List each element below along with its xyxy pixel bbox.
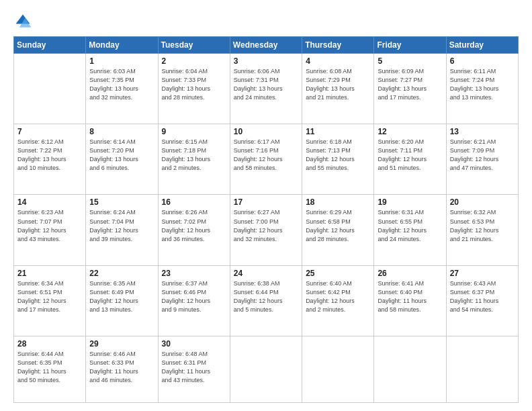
day-number: 16 bbox=[162, 197, 226, 207]
calendar-table: SundayMondayTuesdayWednesdayThursdayFrid… bbox=[13, 36, 519, 403]
calendar-cell: 8Sunrise: 6:14 AMSunset: 7:20 PMDaylight… bbox=[86, 124, 158, 195]
calendar-cell: 5Sunrise: 6:09 AMSunset: 7:27 PMDaylight… bbox=[374, 54, 446, 124]
calendar-cell: 16Sunrise: 6:26 AMSunset: 7:02 PMDayligh… bbox=[158, 195, 230, 265]
calendar-cell: 21Sunrise: 6:34 AMSunset: 6:51 PMDayligh… bbox=[14, 265, 86, 336]
day-info: Sunrise: 6:27 AMSunset: 7:00 PMDaylight:… bbox=[234, 208, 298, 243]
calendar-cell: 14Sunrise: 6:23 AMSunset: 7:07 PMDayligh… bbox=[14, 195, 86, 265]
calendar-cell: 11Sunrise: 6:18 AMSunset: 7:13 PMDayligh… bbox=[302, 124, 374, 195]
day-info: Sunrise: 6:12 AMSunset: 7:22 PMDaylight:… bbox=[17, 138, 82, 173]
day-number: 22 bbox=[89, 269, 154, 278]
page: SundayMondayTuesdayWednesdayThursdayFrid… bbox=[0, 0, 532, 411]
day-info: Sunrise: 6:23 AMSunset: 7:07 PMDaylight:… bbox=[17, 208, 82, 243]
day-info: Sunrise: 6:06 AMSunset: 7:31 PMDaylight:… bbox=[234, 67, 298, 102]
day-info: Sunrise: 6:38 AMSunset: 6:44 PMDaylight:… bbox=[234, 279, 298, 314]
calendar-cell bbox=[374, 336, 446, 402]
calendar-cell: 19Sunrise: 6:31 AMSunset: 6:55 PMDayligh… bbox=[374, 195, 446, 265]
weekday-header-sunday: Sunday bbox=[14, 37, 86, 54]
calendar-cell: 30Sunrise: 6:48 AMSunset: 6:31 PMDayligh… bbox=[158, 336, 230, 402]
day-info: Sunrise: 6:44 AMSunset: 6:35 PMDaylight:… bbox=[17, 350, 82, 385]
day-info: Sunrise: 6:48 AMSunset: 6:31 PMDaylight:… bbox=[162, 350, 226, 385]
weekday-header-monday: Monday bbox=[86, 37, 158, 54]
calendar-week-3: 14Sunrise: 6:23 AMSunset: 7:07 PMDayligh… bbox=[14, 195, 519, 265]
day-info: Sunrise: 6:20 AMSunset: 7:11 PMDaylight:… bbox=[378, 138, 442, 173]
calendar-cell: 2Sunrise: 6:04 AMSunset: 7:33 PMDaylight… bbox=[158, 54, 230, 124]
day-info: Sunrise: 6:09 AMSunset: 7:27 PMDaylight:… bbox=[378, 67, 442, 102]
calendar-cell: 28Sunrise: 6:44 AMSunset: 6:35 PMDayligh… bbox=[14, 336, 86, 402]
day-info: Sunrise: 6:03 AMSunset: 7:35 PMDaylight:… bbox=[89, 67, 154, 102]
day-number: 24 bbox=[234, 269, 298, 278]
weekday-header-wednesday: Wednesday bbox=[230, 37, 302, 54]
day-number: 29 bbox=[89, 339, 154, 349]
calendar-week-1: 1Sunrise: 6:03 AMSunset: 7:35 PMDaylight… bbox=[14, 54, 519, 124]
calendar-cell: 9Sunrise: 6:15 AMSunset: 7:18 PMDaylight… bbox=[158, 124, 230, 195]
day-info: Sunrise: 6:26 AMSunset: 7:02 PMDaylight:… bbox=[162, 208, 226, 243]
day-number: 17 bbox=[234, 197, 298, 207]
day-number: 4 bbox=[306, 56, 370, 66]
day-info: Sunrise: 6:31 AMSunset: 6:55 PMDaylight:… bbox=[378, 208, 442, 243]
day-number: 6 bbox=[450, 56, 515, 66]
day-number: 1 bbox=[89, 56, 154, 66]
calendar-cell bbox=[230, 336, 302, 402]
calendar-week-5: 28Sunrise: 6:44 AMSunset: 6:35 PMDayligh… bbox=[14, 336, 519, 402]
calendar-cell: 24Sunrise: 6:38 AMSunset: 6:44 PMDayligh… bbox=[230, 265, 302, 336]
day-number: 15 bbox=[89, 197, 154, 207]
day-info: Sunrise: 6:08 AMSunset: 7:29 PMDaylight:… bbox=[306, 67, 370, 102]
day-number: 27 bbox=[450, 269, 515, 278]
weekday-header-thursday: Thursday bbox=[302, 37, 374, 54]
header bbox=[13, 12, 519, 31]
calendar-cell: 4Sunrise: 6:08 AMSunset: 7:29 PMDaylight… bbox=[302, 54, 374, 124]
calendar-cell: 17Sunrise: 6:27 AMSunset: 7:00 PMDayligh… bbox=[230, 195, 302, 265]
calendar-cell: 15Sunrise: 6:24 AMSunset: 7:04 PMDayligh… bbox=[86, 195, 158, 265]
calendar-week-4: 21Sunrise: 6:34 AMSunset: 6:51 PMDayligh… bbox=[14, 265, 519, 336]
day-number: 26 bbox=[378, 269, 442, 278]
day-info: Sunrise: 6:04 AMSunset: 7:33 PMDaylight:… bbox=[162, 67, 226, 102]
day-info: Sunrise: 6:37 AMSunset: 6:46 PMDaylight:… bbox=[162, 279, 226, 314]
calendar-cell: 13Sunrise: 6:21 AMSunset: 7:09 PMDayligh… bbox=[446, 124, 518, 195]
day-number: 21 bbox=[17, 269, 82, 278]
day-number: 14 bbox=[17, 197, 82, 207]
calendar-cell: 6Sunrise: 6:11 AMSunset: 7:24 PMDaylight… bbox=[446, 54, 518, 124]
day-info: Sunrise: 6:14 AMSunset: 7:20 PMDaylight:… bbox=[89, 138, 154, 173]
day-number: 7 bbox=[17, 127, 82, 136]
day-number: 8 bbox=[89, 127, 154, 136]
calendar-cell: 27Sunrise: 6:43 AMSunset: 6:37 PMDayligh… bbox=[446, 265, 518, 336]
calendar-cell bbox=[446, 336, 518, 402]
day-info: Sunrise: 6:32 AMSunset: 6:53 PMDaylight:… bbox=[450, 208, 515, 243]
weekday-header-saturday: Saturday bbox=[446, 37, 518, 54]
weekday-header-tuesday: Tuesday bbox=[158, 37, 230, 54]
calendar-cell: 3Sunrise: 6:06 AMSunset: 7:31 PMDaylight… bbox=[230, 54, 302, 124]
calendar-cell: 10Sunrise: 6:17 AMSunset: 7:16 PMDayligh… bbox=[230, 124, 302, 195]
day-number: 2 bbox=[162, 56, 226, 66]
calendar-cell: 29Sunrise: 6:46 AMSunset: 6:33 PMDayligh… bbox=[86, 336, 158, 402]
day-info: Sunrise: 6:40 AMSunset: 6:42 PMDaylight:… bbox=[306, 279, 370, 314]
calendar-cell bbox=[14, 54, 86, 124]
calendar-cell: 12Sunrise: 6:20 AMSunset: 7:11 PMDayligh… bbox=[374, 124, 446, 195]
day-info: Sunrise: 6:18 AMSunset: 7:13 PMDaylight:… bbox=[306, 138, 370, 173]
calendar-cell: 7Sunrise: 6:12 AMSunset: 7:22 PMDaylight… bbox=[14, 124, 86, 195]
day-info: Sunrise: 6:29 AMSunset: 6:58 PMDaylight:… bbox=[306, 208, 370, 243]
day-info: Sunrise: 6:41 AMSunset: 6:40 PMDaylight:… bbox=[378, 279, 442, 314]
day-info: Sunrise: 6:43 AMSunset: 6:37 PMDaylight:… bbox=[450, 279, 515, 314]
calendar-week-2: 7Sunrise: 6:12 AMSunset: 7:22 PMDaylight… bbox=[14, 124, 519, 195]
day-number: 19 bbox=[378, 197, 442, 207]
day-info: Sunrise: 6:15 AMSunset: 7:18 PMDaylight:… bbox=[162, 138, 226, 173]
calendar-cell: 25Sunrise: 6:40 AMSunset: 6:42 PMDayligh… bbox=[302, 265, 374, 336]
weekday-header-friday: Friday bbox=[374, 37, 446, 54]
logo-icon bbox=[13, 12, 32, 31]
calendar-cell: 23Sunrise: 6:37 AMSunset: 6:46 PMDayligh… bbox=[158, 265, 230, 336]
day-number: 9 bbox=[162, 127, 226, 136]
day-number: 12 bbox=[378, 127, 442, 136]
day-number: 28 bbox=[17, 339, 82, 349]
day-number: 25 bbox=[306, 269, 370, 278]
day-info: Sunrise: 6:35 AMSunset: 6:49 PMDaylight:… bbox=[89, 279, 154, 314]
calendar-cell: 18Sunrise: 6:29 AMSunset: 6:58 PMDayligh… bbox=[302, 195, 374, 265]
day-number: 10 bbox=[234, 127, 298, 136]
logo bbox=[13, 12, 35, 31]
weekday-header-row: SundayMondayTuesdayWednesdayThursdayFrid… bbox=[14, 37, 519, 54]
day-number: 11 bbox=[306, 127, 370, 136]
day-number: 3 bbox=[234, 56, 298, 66]
day-number: 20 bbox=[450, 197, 515, 207]
day-number: 23 bbox=[162, 269, 226, 278]
day-info: Sunrise: 6:11 AMSunset: 7:24 PMDaylight:… bbox=[450, 67, 515, 102]
calendar-cell: 22Sunrise: 6:35 AMSunset: 6:49 PMDayligh… bbox=[86, 265, 158, 336]
